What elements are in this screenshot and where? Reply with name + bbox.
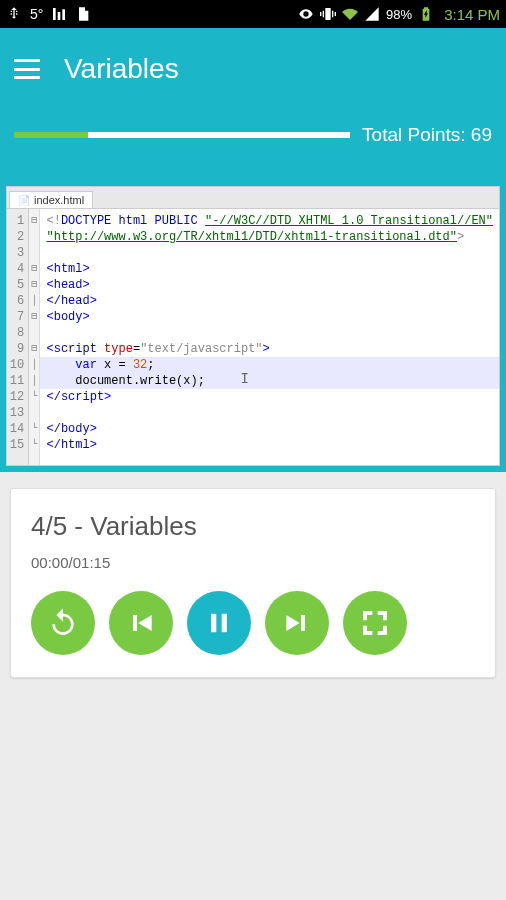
status-bar: 5° 98% 3:14 PM [0, 0, 506, 28]
temp-label: 5° [30, 6, 43, 22]
replay-button[interactable] [31, 591, 95, 655]
lesson-title: 4/5 - Variables [31, 511, 475, 542]
replay-icon [47, 607, 79, 639]
code-body: 123456789101112131415 ⊟⊟⊟│⊟⊟││└└└ <!DOCT… [7, 209, 499, 465]
previous-button[interactable] [109, 591, 173, 655]
signal-icon [364, 6, 380, 22]
status-left: 5° [6, 6, 91, 22]
vibrate-icon [320, 6, 336, 22]
file-tab: index.html [9, 191, 93, 208]
pause-button[interactable] [187, 591, 251, 655]
progress-bar [14, 132, 350, 138]
eye-icon [298, 6, 314, 22]
time-display: 00:00/01:15 [31, 554, 475, 571]
skip-previous-icon [125, 607, 157, 639]
code-lines: <!DOCTYPE html PUBLIC "-//W3C//DTD XHTML… [40, 209, 499, 465]
line-gutter: 123456789101112131415 [7, 209, 29, 465]
fullscreen-button[interactable] [343, 591, 407, 655]
app-header: Variables Total Points: 69 [0, 28, 506, 180]
page-title: Variables [64, 53, 179, 85]
fullscreen-icon [359, 607, 391, 639]
menu-button[interactable] [14, 59, 40, 79]
progress-fill [14, 132, 88, 138]
battery-label: 98% [386, 7, 412, 22]
wifi-icon [342, 6, 358, 22]
battery-icon [418, 6, 434, 22]
total-points-label: Total Points: 69 [362, 124, 492, 146]
pause-icon [203, 607, 235, 639]
usb-icon [6, 6, 22, 22]
player-card: 4/5 - Variables 00:00/01:15 [10, 488, 496, 678]
skip-next-icon [281, 607, 313, 639]
time-total: 01:15 [73, 554, 111, 571]
status-right: 98% 3:14 PM [298, 6, 500, 23]
code-editor-frame: index.html 123456789101112131415 ⊟⊟⊟│⊟⊟│… [6, 186, 500, 466]
next-button[interactable] [265, 591, 329, 655]
chart-icon [51, 6, 67, 22]
document-icon [75, 6, 91, 22]
fold-column: ⊟⊟⊟│⊟⊟││└└└ [29, 209, 40, 465]
video-area[interactable]: index.html 123456789101112131415 ⊟⊟⊟│⊟⊟│… [0, 180, 506, 472]
clock-label: 3:14 PM [444, 6, 500, 23]
tab-strip: index.html [7, 187, 499, 209]
time-current: 00:00 [31, 554, 69, 571]
player-controls [31, 591, 475, 655]
